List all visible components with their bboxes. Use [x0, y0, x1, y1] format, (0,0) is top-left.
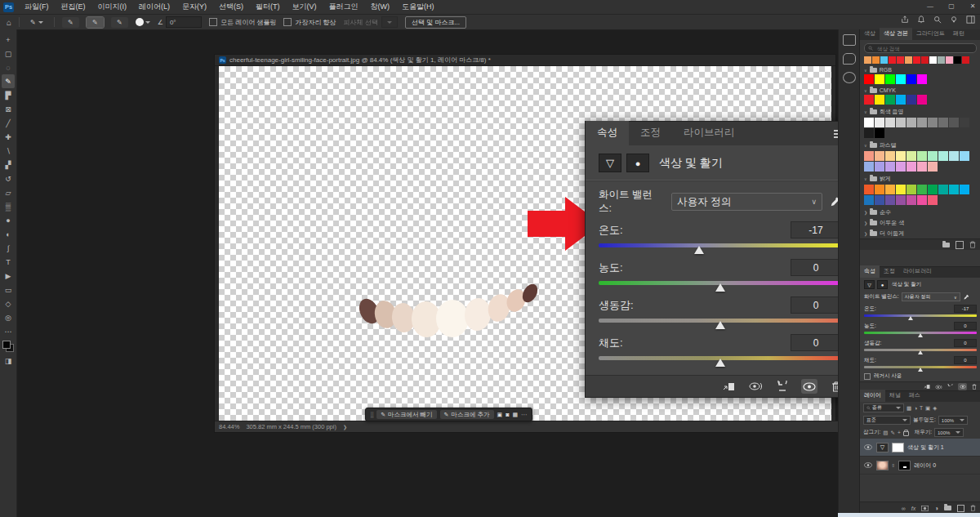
brush-mode-add[interactable]: ✎ — [87, 17, 104, 28]
tab-patterns[interactable]: 패턴 — [949, 28, 969, 40]
color-swatch[interactable] — [875, 128, 884, 138]
color-swatch[interactable] — [864, 151, 874, 161]
color-swatch[interactable] — [864, 128, 874, 138]
comments-panel-icon[interactable] — [843, 53, 856, 65]
menu-type[interactable]: 문자(Y) — [180, 2, 208, 12]
saturation-input[interactable]: 0 — [791, 334, 841, 351]
color-swatch[interactable] — [946, 56, 953, 64]
color-swatch[interactable] — [906, 162, 916, 172]
color-swatch[interactable] — [938, 185, 948, 194]
filter-shape-icon[interactable]: ▣ — [925, 405, 930, 412]
color-swatch[interactable] — [875, 195, 884, 205]
vibrance-slider-thumb[interactable] — [715, 321, 725, 329]
filter-type-icon[interactable]: T — [920, 405, 923, 411]
color-swatch[interactable] — [917, 151, 927, 161]
color-swatch[interactable] — [949, 118, 959, 127]
swatch-group-darker[interactable]: ❯더 어둡게 — [860, 228, 980, 238]
color-swatch[interactable] — [885, 195, 895, 205]
tool-shape[interactable]: ▭ — [2, 283, 15, 296]
new-layer-icon[interactable] — [957, 505, 964, 512]
reset-icon[interactable] — [774, 379, 791, 394]
view-previous-state-icon[interactable] — [747, 379, 764, 394]
clip-to-layer-icon[interactable] — [720, 379, 737, 394]
tool-gradient[interactable]: ▒ — [2, 199, 15, 213]
visibility-eye-icon[interactable] — [862, 462, 873, 468]
white-balance-select[interactable]: 사용자 정의∨ — [902, 292, 960, 301]
tool-healing[interactable]: ✚ — [2, 130, 15, 144]
color-swatch[interactable] — [954, 56, 961, 64]
adjustment-thumbnail[interactable]: ▽ — [876, 443, 889, 452]
color-swatch[interactable] — [962, 56, 969, 64]
menu-file[interactable]: 파일(F) — [23, 2, 51, 12]
color-swatch[interactable] — [875, 95, 884, 105]
tint-input[interactable]: 0 — [791, 259, 841, 276]
color-swatch[interactable] — [917, 74, 927, 84]
layer-effects-icon[interactable]: fx — [911, 506, 915, 511]
swatch-group-dark[interactable]: ❯어두운 색 — [860, 217, 980, 228]
workspace-icon[interactable] — [966, 16, 975, 24]
snapshot-panel-icon[interactable] — [843, 72, 856, 83]
color-swatch[interactable] — [897, 56, 904, 64]
brush-mode-new[interactable]: ✎ — [62, 17, 79, 28]
color-swatch[interactable] — [928, 118, 938, 127]
tool-marquee[interactable]: ▢ — [2, 47, 15, 60]
maximize-button[interactable]: ▢ — [941, 0, 962, 13]
eyedropper-icon[interactable] — [963, 294, 969, 301]
tint-slider[interactable] — [599, 281, 841, 285]
color-swatch[interactable] — [864, 95, 874, 105]
fill-input[interactable]: 100% — [934, 428, 964, 437]
subtract-from-mask-button[interactable]: ✎ 마스크에서 빼기 — [376, 410, 436, 419]
vibrance-slider[interactable] — [599, 319, 841, 323]
layer-thumbnail[interactable] — [876, 461, 889, 470]
new-group-icon[interactable] — [942, 243, 950, 247]
add-to-mask-button[interactable]: ✎ 마스크에 추가 — [440, 410, 494, 419]
filter-smart-object-icon[interactable]: ◈ — [933, 405, 937, 412]
tool-eyedropper[interactable]: ╱ — [2, 116, 15, 130]
color-swatch[interactable] — [885, 185, 895, 194]
menu-edit[interactable]: 편집(E) — [60, 2, 87, 12]
tool-pen[interactable]: ∫ — [2, 241, 15, 255]
color-swatch[interactable] — [885, 74, 895, 84]
layer-mask-thumbnail-icon[interactable]: ● — [877, 280, 888, 289]
new-adjustment-layer-icon[interactable]: ◑ — [934, 505, 938, 512]
menu-plugins[interactable]: 플러그인 — [327, 2, 360, 12]
saturation-input[interactable]: 0 — [954, 356, 977, 364]
color-swatch[interactable] — [949, 151, 959, 161]
drag-handle[interactable]: ⣿ — [370, 412, 373, 418]
invert-mask-icon[interactable]: ◙ — [506, 412, 509, 417]
vibrance-slider[interactable] — [864, 349, 977, 351]
color-swatch[interactable] — [864, 118, 874, 127]
tab-color[interactable]: 색상 — [860, 28, 880, 40]
color-swatch[interactable] — [864, 185, 874, 194]
color-swatch[interactable] — [875, 185, 884, 194]
view-previous-state-icon[interactable] — [935, 385, 942, 390]
color-swatch[interactable] — [875, 151, 884, 161]
layer-row-image[interactable]: ∞ 레이어 0 — [860, 457, 980, 475]
toggle-visibility-icon[interactable] — [801, 379, 817, 394]
color-swatch[interactable] — [864, 56, 871, 64]
lock-position-icon[interactable]: + — [898, 430, 901, 435]
swatch-group-grayscale[interactable]: ∨회색 음영 — [860, 106, 980, 117]
tab-gradients[interactable]: 그라디언트 — [912, 28, 949, 40]
tool-lasso[interactable]: ◌ — [2, 60, 15, 74]
delete-icon[interactable] — [969, 241, 976, 248]
color-swatch[interactable] — [906, 185, 916, 194]
menu-layer[interactable]: 레이어(L) — [137, 2, 172, 12]
color-swatch[interactable] — [896, 74, 906, 84]
mask-settings-icon[interactable]: ▦ — [512, 412, 518, 418]
link-layers-icon[interactable]: ∞ — [902, 506, 906, 511]
color-swatch[interactable] — [928, 151, 938, 161]
color-swatch[interactable] — [896, 118, 906, 127]
vibrance-input[interactable]: 0 — [791, 296, 841, 314]
filter-pixel-icon[interactable]: ▩ — [906, 405, 911, 412]
menu-help[interactable]: 도움말(H) — [400, 2, 436, 12]
bell-icon[interactable] — [917, 16, 925, 24]
zoom-level[interactable]: 84.44% — [219, 423, 239, 430]
tint-input[interactable]: 0 — [954, 322, 977, 330]
menu-filter[interactable]: 필터(T) — [254, 2, 282, 12]
color-swatch[interactable] — [938, 151, 948, 161]
tool-selection-brush[interactable]: ✎ — [2, 74, 15, 88]
color-swatch[interactable] — [928, 162, 938, 172]
tab-adjustments[interactable]: 조정 — [629, 121, 672, 145]
color-swatch[interactable] — [885, 118, 895, 127]
